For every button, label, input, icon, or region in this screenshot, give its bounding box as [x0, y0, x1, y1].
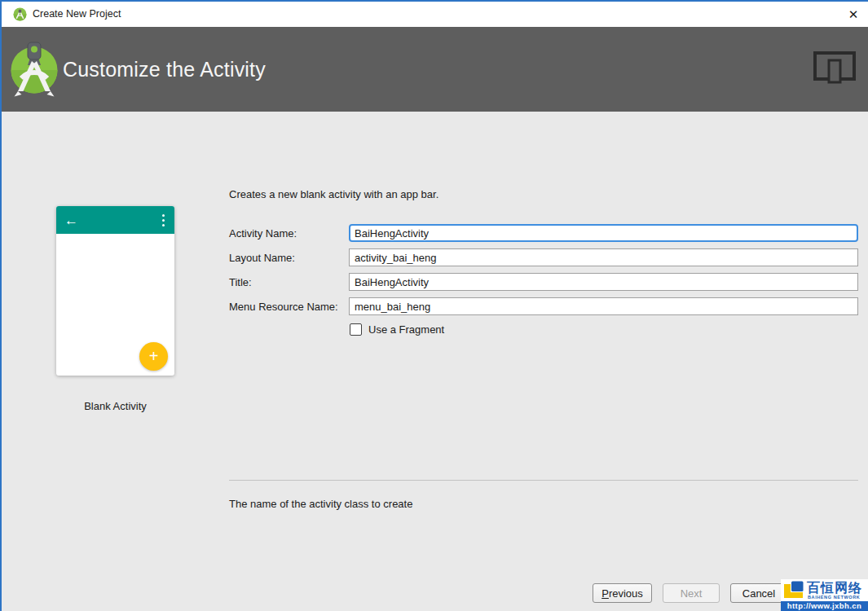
field-row-title: Title: — [229, 273, 858, 291]
wizard-header: Customize the Activity — [0, 27, 868, 112]
previous-button[interactable]: Previous — [593, 583, 652, 603]
field-row-menu-resource-name: Menu Resource Name: — [229, 297, 858, 315]
field-row-layout-name: Layout Name: — [229, 248, 858, 266]
android-studio-icon — [13, 7, 27, 21]
baiheng-watermark: 百恒网络 BAIHENG NETWORK http://www.jxbh.cn — [781, 579, 868, 611]
back-arrow-icon: ← — [64, 213, 78, 227]
title-input[interactable] — [349, 273, 858, 291]
devices-icon — [813, 51, 856, 84]
menu-resource-name-input[interactable] — [349, 297, 858, 315]
field-row-activity-name: Activity Name: — [229, 224, 858, 242]
layout-name-label: Layout Name: — [229, 252, 349, 264]
preview-caption: Blank Activity — [56, 400, 174, 412]
preview-appbar: ← — [56, 206, 174, 234]
activity-name-label: Activity Name: — [229, 227, 349, 240]
baiheng-logo-icon — [783, 581, 805, 600]
baiheng-name-en: BAIHENG NETWORK — [808, 595, 860, 600]
activity-name-input[interactable] — [349, 224, 858, 242]
template-description: Creates a new blank activity with an app… — [229, 188, 438, 200]
baiheng-watermark-top: 百恒网络 BAIHENG NETWORK — [781, 579, 868, 601]
layout-name-input[interactable] — [349, 248, 858, 266]
fab-plus-icon: + — [139, 342, 168, 371]
close-button[interactable]: ✕ — [842, 3, 865, 25]
kebab-menu-icon — [162, 214, 166, 226]
form-divider — [229, 480, 858, 481]
title-label: Title: — [229, 276, 349, 288]
window-frame-left — [0, 0, 2, 611]
android-studio-logo — [11, 34, 58, 98]
next-button[interactable]: Next — [663, 583, 720, 603]
window-frame-top — [0, 0, 868, 2]
cancel-button[interactable]: Cancel — [730, 583, 787, 603]
use-fragment-checkbox[interactable] — [350, 323, 362, 336]
field-hint-text: The name of the activity class to create — [229, 498, 412, 510]
title-bar: Create New Project ✕ — [0, 2, 868, 27]
page-title: Customize the Activity — [63, 27, 266, 112]
use-fragment-label: Use a Fragment — [368, 323, 444, 336]
menu-resource-name-label: Menu Resource Name: — [229, 301, 349, 313]
use-fragment-row: Use a Fragment — [350, 323, 444, 336]
baiheng-url: http://www.jxbh.cn — [781, 601, 868, 611]
activity-preview-card: ← + — [56, 206, 174, 376]
create-new-project-window: Create New Project ✕ Customize the Activ… — [0, 0, 868, 611]
window-title: Create New Project — [33, 2, 121, 27]
